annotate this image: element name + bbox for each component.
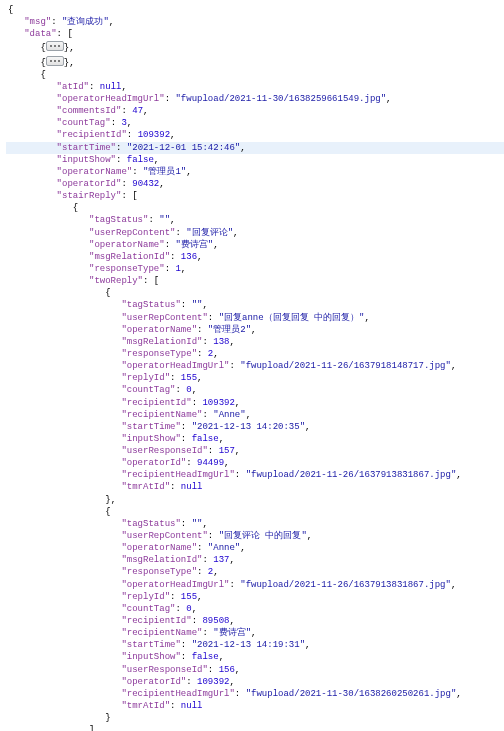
json-line[interactable]: { — [6, 287, 504, 299]
json-line: "userRepContent": "回复评论 中的回复", — [6, 530, 504, 542]
json-line: "operatorId": 94499, — [6, 457, 504, 469]
json-line: "inputShow": false, — [6, 433, 504, 445]
json-line: "recipientId": 109392, — [6, 397, 504, 409]
json-line: "operatorId": 109392, — [6, 676, 504, 688]
json-line: "responseType": 2, — [6, 566, 504, 578]
json-line: "countTag": 0, — [6, 384, 504, 396]
json-line: "atId": null, — [6, 81, 504, 93]
twoReply-close[interactable]: ], — [6, 724, 504, 731]
json-line: "operatorId": 90432, — [6, 178, 504, 190]
json-line[interactable]: { — [6, 202, 504, 214]
json-line: "userRepContent": "回复anne（回复回复 中的回复）", — [6, 312, 504, 324]
json-line: "countTag": 0, — [6, 603, 504, 615]
json-line: "msg": "查询成功", — [6, 16, 504, 28]
json-line: "operatorName": "Anne", — [6, 542, 504, 554]
json-line: "recipientId": 89508, — [6, 615, 504, 627]
json-line: "operatorHeadImgUrl": "fwupload/2021-11-… — [6, 93, 504, 105]
expand-icon[interactable] — [46, 56, 64, 66]
json-line: "tagStatus": "", — [6, 518, 504, 530]
json-line: "inputShow": false, — [6, 651, 504, 663]
json-line: "tmrAtId": null — [6, 700, 504, 712]
json-viewer: { "msg": "查询成功", "data": [ {}, {}, { "at… — [0, 0, 504, 731]
json-line: "userResponseId": 157, — [6, 445, 504, 457]
expand-icon[interactable] — [46, 41, 64, 51]
collapsed-object[interactable]: {}, — [6, 40, 504, 54]
json-line: "userRepContent": "回复评论", — [6, 227, 504, 239]
record-open[interactable]: { — [6, 69, 504, 81]
json-line: "replyId": 155, — [6, 591, 504, 603]
json-line: "commentsId": 47, — [6, 105, 504, 117]
json-line: "recipientName": "费诗宫", — [6, 627, 504, 639]
json-line: "recipientName": "Anne", — [6, 409, 504, 421]
json-line: "operatorName": "管理员1", — [6, 166, 504, 178]
json-line: "responseType": 1, — [6, 263, 504, 275]
json-line[interactable]: } — [6, 712, 504, 724]
json-line: "operatorHeadImgUrl": "fwupload/2021-11-… — [6, 579, 504, 591]
root-open[interactable]: { — [6, 4, 504, 16]
highlighted-line: "startTime": "2021-12-01 15:42:46", — [6, 142, 504, 154]
json-line: "msgRelationId": 138, — [6, 336, 504, 348]
collapsed-object[interactable]: {}, — [6, 55, 504, 69]
json-line: "replyId": 155, — [6, 372, 504, 384]
json-line: "tagStatus": "", — [6, 214, 504, 226]
json-line: "startTime": "2021-12-13 14:20:35", — [6, 421, 504, 433]
twoReply-open[interactable]: "twoReply": [ — [6, 275, 504, 287]
json-line: "startTime": "2021-12-13 14:19:31", — [6, 639, 504, 651]
json-line: "operatorName": "管理员2", — [6, 324, 504, 336]
json-line: "recipientId": 109392, — [6, 129, 504, 141]
json-line: "recipientHeadImgUrl": "fwupload/2021-11… — [6, 469, 504, 481]
json-line: "inputShow": false, — [6, 154, 504, 166]
json-line: "tmrAtId": null — [6, 481, 504, 493]
json-line: "countTag": 3, — [6, 117, 504, 129]
stairReply-open[interactable]: "stairReply": [ — [6, 190, 504, 202]
json-line: "responseType": 2, — [6, 348, 504, 360]
json-line: "msgRelationId": 137, — [6, 554, 504, 566]
json-line: "operatorHeadImgUrl": "fwupload/2021-11-… — [6, 360, 504, 372]
json-line: "userResponseId": 156, — [6, 664, 504, 676]
json-line: "operatorName": "费诗宫", — [6, 239, 504, 251]
json-line: "msgRelationId": 136, — [6, 251, 504, 263]
json-line[interactable]: }, — [6, 494, 504, 506]
data-open[interactable]: "data": [ — [6, 28, 504, 40]
json-line: "recipientHeadImgUrl": "fwupload/2021-11… — [6, 688, 504, 700]
json-line: "tagStatus": "", — [6, 299, 504, 311]
json-line[interactable]: { — [6, 506, 504, 518]
